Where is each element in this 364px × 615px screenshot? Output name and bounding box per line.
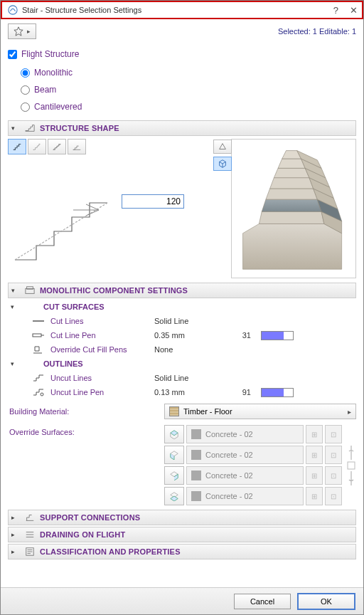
ok-button[interactable]: OK bbox=[298, 594, 355, 609]
flight-structure-label: Flight Structure bbox=[21, 49, 79, 59]
surface-opt-b-2[interactable]: ⊡ bbox=[325, 446, 342, 464]
surface-opt-b-3[interactable]: ⊡ bbox=[325, 466, 342, 485]
prop-value: Solid Line bbox=[154, 317, 225, 325]
preview-panel bbox=[231, 139, 356, 278]
link-surfaces-icon[interactable] bbox=[346, 425, 356, 505]
chevron-right-icon: ▸ bbox=[11, 531, 20, 538]
cut-surfaces-title: CUT SURFACES bbox=[43, 303, 105, 311]
radio-beam[interactable] bbox=[21, 85, 30, 95]
fill-pen-icon bbox=[31, 345, 46, 354]
close-icon[interactable]: ✕ bbox=[350, 5, 358, 16]
radio-beam-row: Beam bbox=[21, 85, 356, 95]
surface-row-4[interactable]: Concrete - 02 bbox=[186, 487, 304, 505]
override-surfaces-label: Override Surfaces: bbox=[8, 425, 160, 505]
svg-marker-1 bbox=[243, 224, 342, 269]
prop-name: Override Cut Fill Pens bbox=[50, 345, 150, 354]
outlines-header[interactable]: ▾ OUTLINES bbox=[11, 357, 356, 371]
pen-swatch[interactable] bbox=[261, 388, 294, 397]
radio-cantilevered-row: Cantilevered bbox=[21, 102, 356, 112]
chevron-right-icon: ▸ bbox=[11, 548, 20, 555]
section-support-connections[interactable]: ▸ SUPPORT CONNECTIONS bbox=[8, 510, 356, 525]
prop-uncut-lines[interactable]: Uncut Lines Solid Line bbox=[11, 371, 356, 385]
surface-opt-a-2[interactable]: ⊞ bbox=[306, 446, 323, 464]
section-draining[interactable]: ▸ DRAINING ON FLIGHT bbox=[8, 527, 356, 542]
help-icon[interactable]: ? bbox=[333, 5, 338, 16]
window-title: Stair - Structure Selection Settings bbox=[22, 6, 141, 14]
building-material-label: Building Material: bbox=[8, 407, 160, 416]
surface-opt-b-4[interactable]: ⊡ bbox=[325, 487, 342, 505]
prop-name: Uncut Line Pen bbox=[50, 388, 150, 396]
svg-marker-6 bbox=[266, 189, 317, 199]
surface-row-3[interactable]: Concrete - 02 bbox=[186, 466, 304, 485]
section-monolithic[interactable]: ▾ MONOLITHIC COMPONENT SETTINGS bbox=[8, 283, 356, 298]
stair-profile-3-button[interactable] bbox=[48, 139, 66, 154]
support-icon bbox=[24, 512, 36, 523]
favorites-button[interactable] bbox=[8, 23, 36, 39]
surface-toggle-top[interactable] bbox=[164, 425, 184, 443]
surface-value: Concrete - 02 bbox=[205, 430, 253, 438]
svg-marker-12 bbox=[278, 159, 305, 168]
chevron-down-icon: ▾ bbox=[11, 125, 20, 132]
pen-swatch[interactable] bbox=[261, 331, 294, 340]
perspective-icon[interactable] bbox=[213, 140, 232, 154]
concrete-swatch-icon bbox=[191, 471, 201, 480]
prop-name: Cut Lines bbox=[50, 317, 150, 325]
structure-shape-icon bbox=[24, 122, 36, 134]
uncut-pen-icon bbox=[31, 387, 46, 397]
draining-title: DRAINING ON FLIGHT bbox=[40, 530, 125, 539]
chevron-down-icon: ▾ bbox=[11, 287, 20, 294]
radio-beam-label: Beam bbox=[34, 85, 56, 95]
prop-index: 31 bbox=[230, 331, 257, 340]
cube-toggle-icon[interactable] bbox=[213, 157, 232, 171]
monolithic-icon bbox=[24, 285, 36, 296]
classification-title: CLASSIFICATION AND PROPERTIES bbox=[40, 547, 181, 556]
surface-toggle-bottom[interactable] bbox=[164, 487, 184, 505]
surface-opt-a-3[interactable]: ⊞ bbox=[306, 466, 323, 485]
classification-icon bbox=[24, 546, 36, 557]
chevron-down-icon: ▾ bbox=[11, 303, 19, 310]
stair-profile-2-button[interactable] bbox=[28, 139, 46, 154]
concrete-swatch-icon bbox=[191, 450, 201, 460]
star-icon bbox=[14, 26, 23, 36]
prop-value: Solid Line bbox=[154, 374, 225, 382]
prop-index: 91 bbox=[230, 388, 257, 396]
prop-override-cut-fill[interactable]: Override Cut Fill Pens None bbox=[11, 342, 356, 357]
surface-opt-a-4[interactable]: ⊞ bbox=[306, 487, 323, 505]
prop-value: 0.35 mm bbox=[154, 331, 225, 340]
pen-icon bbox=[31, 330, 46, 340]
prop-cut-line-pen[interactable]: Cut Line Pen 0.35 mm 31 bbox=[11, 328, 356, 342]
svg-marker-8 bbox=[270, 178, 314, 189]
surface-opt-a-1[interactable]: ⊞ bbox=[306, 425, 323, 443]
section-classification[interactable]: ▸ CLASSIFICATION AND PROPERTIES bbox=[8, 544, 356, 559]
stair-profile-4-button[interactable] bbox=[68, 139, 86, 154]
surface-value: Concrete - 02 bbox=[205, 451, 253, 459]
surface-row-1[interactable]: Concrete - 02 bbox=[186, 425, 304, 443]
dimension-input[interactable] bbox=[122, 194, 184, 209]
surface-opt-b-1[interactable]: ⊡ bbox=[325, 425, 342, 443]
chevron-right-icon: ▸ bbox=[11, 514, 20, 521]
cut-surfaces-header[interactable]: ▾ CUT SURFACES bbox=[11, 300, 356, 314]
prop-name: Uncut Lines bbox=[50, 374, 150, 382]
building-material-value: Timber - Floor bbox=[183, 407, 232, 416]
chevron-down-icon: ▾ bbox=[11, 360, 19, 367]
svg-rect-22 bbox=[348, 462, 355, 469]
radio-cantilevered[interactable] bbox=[21, 102, 30, 112]
surface-toggle-front[interactable] bbox=[164, 466, 184, 485]
surface-row-2[interactable]: Concrete - 02 bbox=[186, 446, 304, 464]
stair-profile-1-button[interactable] bbox=[8, 139, 26, 154]
cancel-button[interactable]: Cancel bbox=[234, 594, 291, 609]
prop-uncut-line-pen[interactable]: Uncut Line Pen 0.13 mm 91 bbox=[11, 385, 356, 399]
surface-toggle-side[interactable] bbox=[164, 446, 184, 464]
radio-monolithic-row: Monolithic bbox=[21, 68, 356, 78]
section-structure-shape[interactable]: ▾ STRUCTURE SHAPE bbox=[8, 120, 356, 136]
building-material-dropdown[interactable]: Timber - Floor bbox=[164, 404, 356, 419]
svg-rect-19 bbox=[33, 334, 41, 337]
structure-shape-title: STRUCTURE SHAPE bbox=[40, 124, 119, 132]
concrete-swatch-icon bbox=[191, 429, 201, 439]
flight-structure-checkbox[interactable] bbox=[8, 50, 17, 59]
material-swatch-icon bbox=[169, 406, 179, 416]
prop-cut-lines[interactable]: Cut Lines Solid Line bbox=[11, 314, 356, 328]
support-title: SUPPORT CONNECTIONS bbox=[40, 513, 140, 522]
uncut-line-icon bbox=[31, 373, 46, 383]
radio-monolithic[interactable] bbox=[21, 68, 30, 78]
